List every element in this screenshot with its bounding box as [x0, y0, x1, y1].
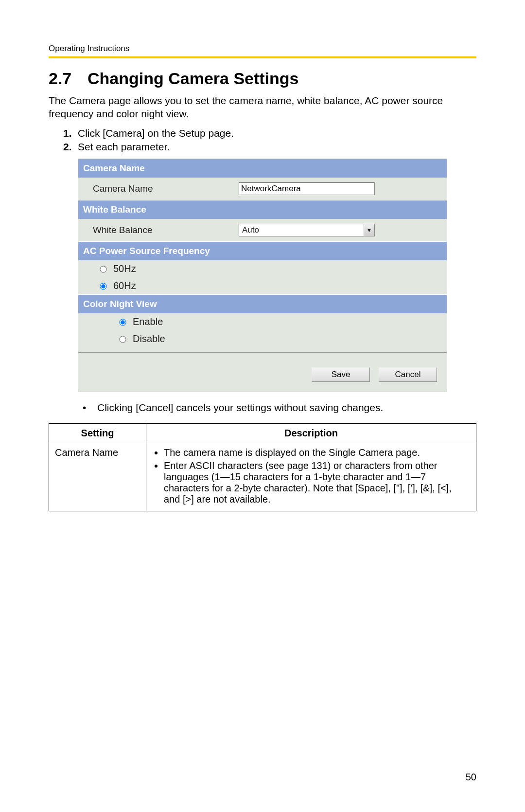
cancel-note: • Clicking [Cancel] cancels your setting…: [78, 402, 476, 414]
section-number: 2.7: [49, 69, 88, 88]
white-balance-select[interactable]: Auto ▼: [239, 224, 375, 236]
td-description: The camera name is displayed on the Sing…: [146, 443, 476, 511]
ac-power-60hz-radio[interactable]: [100, 283, 106, 289]
white-balance-value: Auto: [239, 224, 364, 236]
camera-name-label: Camera Name: [93, 183, 239, 194]
ac-power-50hz-row: 50Hz: [78, 260, 447, 277]
td-setting: Camera Name: [49, 443, 146, 511]
step-item: 2. Set each parameter.: [49, 141, 476, 153]
step-text: Click [Camera] on the Setup page.: [78, 127, 234, 139]
table-row: Camera Name The camera name is displayed…: [49, 443, 476, 511]
th-description: Description: [146, 423, 476, 443]
color-night-disable-radio[interactable]: [119, 336, 126, 343]
section-bar-camera-name: Camera Name: [78, 159, 447, 178]
step-text: Set each parameter.: [78, 141, 170, 152]
section-title-text: Changing Camera Settings: [88, 69, 299, 88]
step-number: 2.: [63, 141, 72, 153]
list-item: The camera name is displayed on the Sing…: [164, 447, 470, 458]
color-night-disable-row: Disable: [78, 330, 447, 347]
th-setting: Setting: [49, 423, 146, 443]
white-balance-label: White Balance: [93, 225, 239, 235]
section-bar-color-night: Color Night View: [78, 294, 447, 313]
description-bullets: The camera name is displayed on the Sing…: [152, 447, 470, 505]
step-number: 1.: [63, 127, 72, 139]
steps-list: 1. Click [Camera] on the Setup page. 2. …: [49, 127, 476, 153]
section-bar-white-balance: White Balance: [78, 200, 447, 219]
page-number: 50: [466, 772, 476, 783]
color-night-enable-label: Enable: [133, 316, 163, 327]
description-table: Setting Description Camera Name The came…: [49, 423, 476, 511]
document-page: Operating Instructions 2.7Changing Camer…: [0, 0, 525, 812]
color-night-enable-row: Enable: [78, 313, 447, 330]
section-intro: The Camera page allows you to set the ca…: [49, 94, 476, 121]
cancel-note-text: Clicking [Cancel] cancels your settings …: [97, 402, 383, 413]
ac-power-50hz-radio[interactable]: [100, 266, 106, 272]
cancel-button[interactable]: Cancel: [379, 367, 437, 382]
chevron-down-icon: ▼: [364, 224, 374, 236]
section-bar-ac-power: AC Power Source Frequency: [78, 241, 447, 260]
camera-name-row: Camera Name: [78, 178, 447, 200]
ac-power-50hz-label: 50Hz: [113, 263, 136, 274]
white-balance-row: White Balance Auto ▼: [78, 219, 447, 241]
color-night-enable-radio[interactable]: [119, 319, 126, 325]
list-item: Enter ASCII characters (see page 131) or…: [164, 460, 470, 505]
camera-settings-form: Camera Name Camera Name White Balance Wh…: [78, 159, 447, 392]
table-header-row: Setting Description: [49, 423, 476, 443]
camera-name-input[interactable]: [239, 182, 375, 195]
step-item: 1. Click [Camera] on the Setup page.: [49, 127, 476, 139]
save-button[interactable]: Save: [312, 367, 370, 382]
color-night-disable-label: Disable: [133, 333, 165, 344]
bullet-icon: •: [83, 402, 86, 414]
button-bar: Save Cancel: [78, 352, 447, 392]
section-heading: 2.7Changing Camera Settings: [49, 69, 476, 88]
ac-power-60hz-row: 60Hz: [78, 277, 447, 294]
header-rule: [49, 56, 476, 58]
ac-power-60hz-label: 60Hz: [113, 280, 136, 291]
running-header: Operating Instructions: [49, 44, 476, 54]
